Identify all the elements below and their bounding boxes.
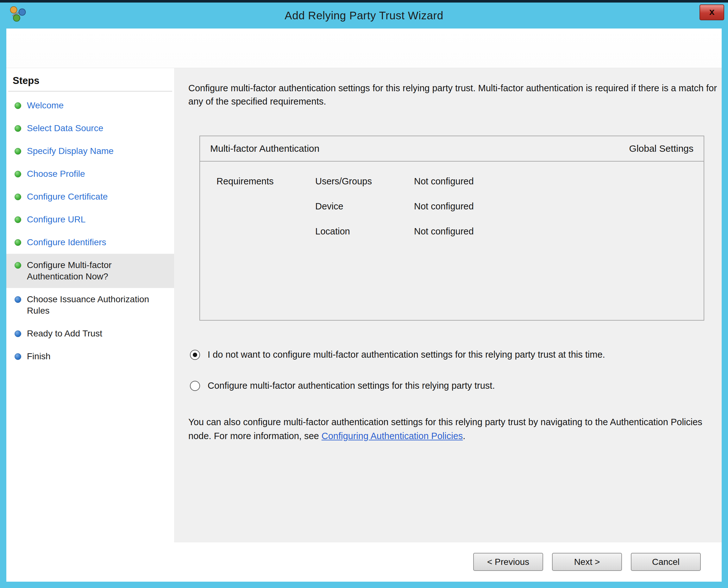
window-top-edge [0,0,728,2]
step-item-select-data-source[interactable]: Select Data Source [6,117,174,140]
steps-divider [8,91,172,91]
requirement-value: Not configured [414,201,474,212]
mfa-rows: Users/Groups Not configured Device Not c… [315,176,474,237]
step-item-configure-identifiers[interactable]: Configure Identifiers [6,231,174,254]
step-done-icon [15,148,21,154]
step-label: Select Data Source [27,123,103,134]
bottom-button-bar: < Previous Next > Cancel [6,542,722,582]
step-label: Configure Multi-factor Authentication No… [27,259,170,282]
step-item-ready-to-add-trust: Ready to Add Trust [6,322,174,345]
content-area: Steps Welcome Select Data Source Specify… [6,68,722,542]
step-label: Welcome [27,100,64,111]
step-label: Configure Certificate [27,191,108,203]
mfa-panel-body: Requirements Users/Groups Not configured… [200,162,704,237]
titlebar: Add Relying Party Trust Wizard x [0,2,728,28]
step-done-icon [15,262,21,269]
configuring-authentication-policies-link[interactable]: Configuring Authentication Policies [322,431,463,441]
radio-selected-icon [190,350,200,360]
button-group: < Previous Next > Cancel [473,553,701,571]
step-item-configure-mfa-now: Configure Multi-factor Authentication No… [6,254,174,288]
close-button[interactable]: x [700,4,724,20]
step-done-icon [15,239,21,246]
step-label: Ready to Add Trust [27,328,102,339]
table-row: Location Not configured [315,226,474,237]
step-label: Choose Issuance Authorization Rules [27,294,170,316]
steps-heading: Steps [6,72,174,91]
step-item-choose-issuance-authorization-rules: Choose Issuance Authorization Rules [6,288,174,322]
radio-configure-mfa[interactable]: Configure multi-factor authentication se… [190,380,495,391]
requirements-label: Requirements [217,176,315,237]
mfa-panel-title: Multi-factor Authentication [210,143,319,154]
wizard-window: Add Relying Party Trust Wizard x Steps W… [0,0,728,588]
requirement-name: Device [315,201,414,212]
step-done-icon [15,193,21,200]
steps-sidebar: Steps Welcome Select Data Source Specify… [6,68,174,542]
step-pending-icon [15,353,21,360]
step-done-icon [15,171,21,177]
adfs-app-icon [9,5,27,23]
step-pending-icon [15,331,21,337]
step-item-finish: Finish [6,345,174,368]
step-done-icon [15,216,21,223]
requirement-value: Not configured [414,226,474,237]
next-button[interactable]: Next > [552,553,622,571]
step-item-choose-profile[interactable]: Choose Profile [6,163,174,185]
step-item-welcome[interactable]: Welcome [6,94,174,117]
footer-note: You can also configure multi-factor auth… [188,415,726,443]
radio-label: I do not want to configure multi-factor … [208,350,605,360]
table-row: Users/Groups Not configured [315,176,474,187]
step-item-configure-url[interactable]: Configure URL [6,208,174,231]
global-settings-label: Global Settings [629,143,693,154]
main-panel: Configure multi-factor authentication se… [174,68,722,542]
requirement-value: Not configured [414,176,474,187]
cancel-button[interactable]: Cancel [631,553,701,571]
close-icon: x [709,7,715,18]
step-item-configure-certificate[interactable]: Configure Certificate [6,185,174,208]
step-done-icon [15,102,21,109]
mfa-panel-header: Multi-factor Authentication Global Setti… [200,136,704,162]
mfa-settings-panel: Multi-factor Authentication Global Setti… [199,135,704,321]
step-label: Choose Profile [27,168,85,180]
step-label: Configure Identifiers [27,237,106,248]
requirement-name: Users/Groups [315,176,414,187]
radio-no-mfa-config[interactable]: I do not want to configure multi-factor … [190,350,605,360]
step-label: Specify Display Name [27,145,114,157]
wizard-header-strip [6,28,722,68]
radio-label: Configure multi-factor authentication se… [208,380,495,391]
table-row: Device Not configured [315,201,474,212]
intro-text: Configure multi-factor authentication se… [188,81,720,108]
step-pending-icon [15,296,21,303]
previous-button[interactable]: < Previous [473,553,543,571]
step-label: Configure URL [27,214,86,225]
step-done-icon [15,125,21,132]
radio-unselected-icon [190,381,200,391]
step-label: Finish [27,351,51,362]
step-item-specify-display-name[interactable]: Specify Display Name [6,140,174,163]
window-title: Add Relying Party Trust Wizard [285,9,443,22]
requirement-name: Location [315,226,414,237]
footer-note-period: . [463,431,465,441]
